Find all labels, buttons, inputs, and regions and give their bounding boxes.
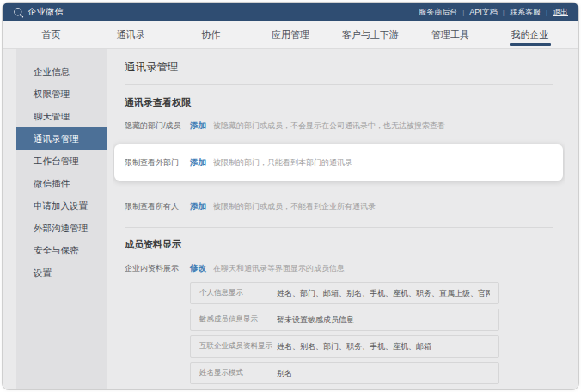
section-heading-profile-display: 成员资料显示 [125,238,553,251]
nav-tab[interactable]: 应用管理 [251,21,331,48]
sidebar-item[interactable]: 权限管理 [16,83,107,105]
topbar-link[interactable]: 服务商后台 [419,7,457,18]
nav-tab[interactable]: 管理工具 [410,21,490,48]
setting-label: 企业内资料展示 [125,263,190,274]
topbar-link-separator: | [462,9,464,16]
field-label: 互联企业成员资料显示 [199,341,277,352]
field-value: 姓名、别名、部门、职务、手机、座机、邮箱 [277,341,490,352]
topbar-link[interactable]: API文档 [469,7,498,18]
page-title: 通讯录管理 [125,60,553,75]
nav-tab[interactable]: 我的企业 [490,21,570,48]
profile-field-row: 互联企业成员资料显示姓名、别名、部门、职务、手机、座机、邮箱 [190,335,499,358]
settings-row: 隐藏的部门/成员添加被隐藏的部门或成员，不会显示在公司通讯录中，也无法被搜索查看 [125,120,553,132]
main-content: 通讯录管理 通讯录查看权限 隐藏的部门/成员添加被隐藏的部门或成员，不会显示在公… [113,49,565,389]
setting-description: 被隐藏的部门或成员，不会显示在公司通讯录中，也无法被搜索查看 [213,120,445,132]
action-link[interactable]: 修改 [190,263,206,274]
nav-tab[interactable]: 首页 [11,21,91,48]
field-value: 暂未设置敏感成员信息 [277,315,490,326]
action-link[interactable]: 添加 [190,157,206,168]
sidebar-item[interactable]: 企业信息 [16,60,107,83]
topbar: 企业微信 服务商后台|API文档|联系客服|退出 [3,3,578,21]
sidebar-item[interactable]: 申请加入设置 [16,194,107,217]
topbar-link[interactable]: 退出 [553,7,568,18]
settings-row: 企业内资料展示修改在聊天和通讯录等界面显示的成员信息 [125,263,553,274]
highlighted-setting-card: 限制查看外部门添加被限制的部门，只能看到本部门的通讯录 [114,144,563,181]
setting-description: 被限制的部门或成员，不能看到企业所有通讯录 [213,201,376,212]
setting-label: 限制查看外部门 [125,157,190,168]
setting-description: 在聊天和通讯录等界面显示的成员信息 [213,263,345,274]
sidebar-item[interactable]: 工作台管理 [16,150,107,172]
profile-field-row: 个人信息显示姓名、部门、邮箱、别名、手机、座机、职务、直属上级、官网、测... [190,282,499,304]
profile-field-row: 姓名显示模式别名 [190,362,499,384]
topbar-links: 服务商后台|API文档|联系客服|退出 [419,7,568,18]
profile-field-row: 桌面端信息显示职务 [190,389,499,389]
field-value: 别名 [277,368,490,379]
settings-row: 限制查看所有人添加被限制的部门或成员，不能看到企业所有通讯录 [125,201,553,212]
profile-fields-table: 个人信息显示姓名、部门、邮箱、别名、手机、座机、职务、直属上级、官网、测...敏… [190,282,499,389]
topbar-link[interactable]: 联系客服 [510,7,541,18]
topbar-link-separator: | [546,9,547,16]
wechat-work-logo-icon [13,7,24,18]
setting-label: 隐藏的部门/成员 [125,120,190,132]
title-divider [125,84,553,85]
section-heading-view-permission: 通讯录查看权限 [125,96,553,109]
field-value: 姓名、部门、邮箱、别名、手机、座机、职务、直属上级、官网、测... [277,288,490,299]
section-divider [125,227,553,228]
field-label: 敏感成员信息显示 [199,315,277,325]
topbar-link-separator: | [503,9,505,16]
sidebar-item[interactable]: 安全与保密 [16,239,107,261]
admin-console-window: 企业微信 服务商后台|API文档|联系客服|退出 首页通讯录协作应用管理客户与上… [2,2,579,390]
view-permission-rows: 隐藏的部门/成员添加被隐藏的部门或成员，不会显示在公司通讯录中，也无法被搜索查看… [125,120,553,212]
nav-tab[interactable]: 客户与上下游 [330,21,410,48]
sidebar-item[interactable]: 微信插件 [16,172,107,194]
setting-description: 被限制的部门，只能看到本部门的通讯录 [213,157,352,168]
profile-display-rows: 企业内资料展示修改在聊天和通讯录等界面显示的成员信息 [125,263,553,274]
field-label: 姓名显示模式 [199,368,277,378]
action-link[interactable]: 添加 [190,120,206,132]
sidebar-item[interactable]: 设置 [16,261,107,284]
brand-name: 企业微信 [28,6,64,18]
sidebar-item[interactable]: 外部沟通管理 [16,217,107,239]
settings-row: 限制查看外部门添加被限制的部门，只能看到本部门的通讯录 [125,157,553,168]
action-link[interactable]: 添加 [190,201,206,212]
field-label: 个人信息显示 [199,288,277,298]
nav-tab[interactable]: 协作 [171,21,251,48]
sidebar: 企业信息权限管理聊天管理通讯录管理工作台管理微信插件申请加入设置外部沟通管理安全… [16,49,107,389]
sidebar-item[interactable]: 聊天管理 [16,105,107,127]
sidebar-item[interactable]: 通讯录管理 [16,127,107,150]
primary-nav: 首页通讯录协作应用管理客户与上下游管理工具我的企业 [3,21,578,49]
nav-tab[interactable]: 通讯录 [91,21,171,48]
setting-label: 限制查看所有人 [125,201,190,212]
brand: 企业微信 [13,6,64,18]
profile-field-row: 敏感成员信息显示暂未设置敏感成员信息 [190,309,499,331]
